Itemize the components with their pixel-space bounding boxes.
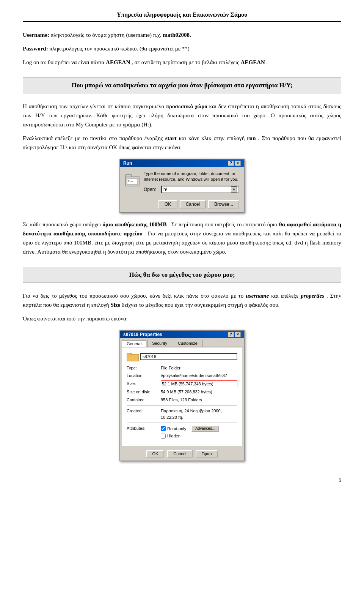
run-help-button[interactable]: ?: [228, 161, 234, 166]
intro-username: Username: πληκτρολογείς το όνομα χρήστη …: [23, 30, 341, 39]
page-header: Υπηρεσία πληροφορικής και Επικοινωνιών Σ…: [23, 11, 341, 22]
props-divider1: [127, 405, 237, 406]
props-apply-button[interactable]: Εφαρ: [196, 450, 218, 458]
props-created-value: Παρασκευή, 24 Νοεμβρίου 2000, 10:22:20 π…: [161, 408, 237, 420]
para4-middle: και επέλεξε: [271, 293, 301, 299]
run-dropdown-arrow[interactable]: ▼: [231, 186, 237, 192]
svg-rect-1: [126, 175, 132, 177]
run-input-value: h\: [163, 187, 231, 192]
para3: Σε κάθε προσωπικό χώρο υπάρχει όριο αποθ…: [23, 220, 341, 256]
run-open-row: Open: h\ ▼: [144, 186, 239, 193]
logon-end: .: [267, 59, 268, 65]
run-open-label: Open:: [144, 187, 159, 192]
props-hidden-label: Hidden: [167, 433, 180, 439]
props-tab-security[interactable]: Security: [147, 340, 172, 347]
props-created-label: Created:: [127, 408, 161, 420]
props-close-button[interactable]: ×: [235, 332, 241, 337]
props-titlebar: s87018 Properties ? ×: [120, 331, 244, 338]
logon-aegean1: AEGEAN: [106, 59, 130, 65]
run-ok-button[interactable]: OK: [158, 200, 177, 208]
props-hidden-checkbox[interactable]: [161, 434, 166, 439]
para4-before: Για να δεις το μέγεθος του προσωπικού σο…: [23, 293, 246, 299]
svg-text:Run: Run: [128, 180, 133, 183]
props-type-value: File Folder: [161, 365, 237, 371]
para3-middle: . Σε περίπτωση που υπερβείς το επιτρεπτό…: [168, 221, 279, 227]
para2-run: run: [247, 135, 256, 141]
props-attributes-area: Read-only Advanced... Hidden: [161, 425, 219, 440]
para5: Όπως φαίνεται και από την παρακάτω εικόν…: [23, 314, 341, 323]
logon-text2: , σε αντίθετη περίπτωση με το βελάκι επι…: [132, 59, 241, 65]
para4-username: username: [246, 293, 269, 299]
props-cancel-button[interactable]: Cancel: [167, 450, 192, 458]
header-title: Υπηρεσία πληροφορικής και Επικοινωνιών Σ…: [117, 11, 248, 18]
props-sod-value: 54.9 MB (57,208,832 bytes): [161, 389, 237, 395]
run-browse-button[interactable]: Browse...: [208, 200, 239, 208]
page-number: 5: [339, 477, 341, 483]
para4: Για να δεις το μέγεθος του προσωπικού σο…: [23, 291, 341, 309]
props-sod-label: Size on disk:: [127, 389, 161, 395]
run-buttons: OK Cancel Browse...: [120, 198, 244, 212]
props-divider2: [127, 423, 237, 423]
props-help-button[interactable]: ?: [228, 332, 234, 337]
props-title: s87018 Properties: [123, 332, 162, 337]
para2-start: start: [165, 135, 177, 141]
props-contains-label: Contains:: [127, 397, 161, 403]
svg-rect-4: [127, 354, 139, 361]
logon-text1: Log on to: θα πρέπει να είναι πάντα: [23, 59, 106, 65]
props-readonly-label: Read-only: [167, 426, 186, 432]
props-advanced-button[interactable]: Advanced...: [191, 425, 219, 432]
username-label: Username:: [23, 32, 49, 38]
props-name-input[interactable]: [140, 353, 237, 360]
run-close-button[interactable]: ×: [235, 161, 241, 166]
section1-title: Που μπορώ να αποθηκεύσω τα αρχεία μου ότ…: [23, 77, 341, 93]
props-dialog: s87018 Properties ? × General Security C…: [119, 330, 245, 461]
run-title: Run: [123, 161, 132, 166]
props-readonly-row: Read-only Advanced...: [161, 425, 219, 432]
para4-size: Size: [110, 302, 120, 308]
section2-title: Πώς θα δω το μέγεθος του χώρου μου;: [23, 267, 341, 283]
props-tab-customize[interactable]: Customize: [173, 340, 202, 347]
intro-password: Password: πληκτρολογείς τον προσωπικό κω…: [23, 44, 341, 53]
props-ok-button[interactable]: OK: [146, 450, 164, 458]
run-input-area[interactable]: h\ ▼: [161, 186, 239, 193]
run-cancel-button[interactable]: Cancel: [180, 200, 206, 208]
page: Υπηρεσία πληροφορικής και Επικοινωνιών Σ…: [0, 0, 364, 491]
props-name-row: [127, 351, 237, 362]
props-readonly-checkbox[interactable]: [161, 426, 166, 431]
props-tab-general[interactable]: General: [122, 340, 146, 347]
props-row-contains: Contains: 958 Files, 123 Folders: [127, 397, 237, 403]
section2-title-text: Πώς θα δω το μέγεθος του χώρου μου;: [129, 271, 235, 278]
props-location-value: \\polykakis\home\students\math\s87: [161, 372, 237, 379]
run-description: Type the name of a program, folder, docu…: [144, 171, 239, 183]
props-folder-icon: [127, 351, 139, 362]
para3-bold-underline1: όριο αποθήκευσης 100MB: [103, 221, 167, 227]
props-row-attributes: Attributes: Read-only Advanced... Hidden: [127, 425, 237, 440]
run-icon: Run: [125, 172, 140, 187]
props-hidden-row: Hidden: [161, 433, 219, 439]
para2: Εναλλακτικά επέλεξε με το ποντίκι στο πα…: [23, 134, 341, 152]
para2-before: Εναλλακτικά επέλεξε με το ποντίκι στο πα…: [23, 135, 165, 141]
props-titlebar-buttons: ? ×: [228, 332, 241, 337]
username-example: math02008.: [163, 32, 191, 38]
props-tabs: General Security Customize: [120, 338, 244, 347]
password-label: Password:: [23, 46, 48, 52]
run-dialog: Run ? × Run Type the name of a program, …: [119, 159, 245, 213]
props-buttons: OK Cancel Εφαρ: [120, 448, 244, 461]
para4-after2: δείχνει το μέγεθος που έχει την συγκεκρι…: [122, 302, 279, 308]
password-description: πληκτρολογείς τον προσωπικό κωδικό. (θα …: [49, 46, 189, 52]
username-description: πληκτρολογείς το όνομα χρήστη (username)…: [51, 32, 163, 38]
props-body: Type: File Folder Location: \\polykakis\…: [122, 347, 242, 446]
para1-bold: προσωπικό χώρο: [166, 103, 207, 109]
run-text-area: Type the name of a program, folder, docu…: [144, 171, 239, 194]
run-body: Run Type the name of a program, folder, …: [120, 167, 244, 198]
svg-rect-5: [127, 353, 132, 355]
para2-middle: και κάνε κλικ στην επιλογή: [179, 135, 247, 141]
para3-before: Σε κάθε προσωπικό χώρο υπάρχει: [23, 221, 103, 227]
run-titlebar-buttons: ? ×: [228, 161, 241, 166]
props-attributes-label: Attributes:: [127, 425, 161, 440]
run-titlebar: Run ? ×: [120, 159, 244, 167]
para1: Η αποθήκευση των αρχείων γίνεται σε κάπο…: [23, 102, 341, 129]
props-row-type: Type: File Folder: [127, 365, 237, 371]
props-row-size: Size: 52.1 MB (55,747,343 bytes): [127, 380, 237, 388]
props-type-label: Type:: [127, 365, 161, 371]
